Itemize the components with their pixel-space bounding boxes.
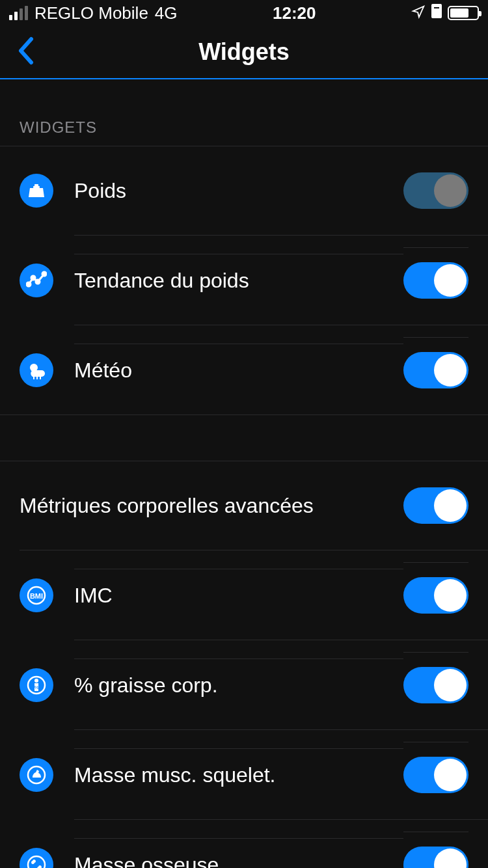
- row-graisse: % % graisse corp.: [0, 640, 488, 729]
- muscle-icon: [20, 758, 53, 792]
- card-icon: [431, 3, 442, 23]
- row-osseuse: Masse osseuse: [0, 820, 488, 868]
- network-label: 4G: [155, 3, 178, 23]
- svg-rect-3: [33, 186, 40, 188]
- svg-point-18: [28, 856, 45, 869]
- location-icon: [411, 3, 426, 23]
- status-right: [411, 3, 479, 23]
- metrics-group: Métriques corporelles avancées BMI IMC %…: [0, 461, 488, 868]
- svg-text:BMI: BMI: [30, 592, 43, 600]
- toggle-tendance[interactable]: [403, 262, 468, 299]
- toggle-poids[interactable]: [403, 172, 468, 209]
- row-metrics-master: Métriques corporelles avancées: [0, 461, 488, 550]
- widgets-group: Poids Tendance du poids Météo: [0, 146, 488, 415]
- status-bar: REGLO Mobile 4G 12:20: [0, 0, 488, 26]
- svg-rect-1: [434, 7, 439, 8]
- row-muscle: Masse musc. squelet.: [0, 730, 488, 819]
- section-header-widgets: WIDGETS: [0, 79, 488, 146]
- row-label: Masse osseuse: [74, 838, 403, 869]
- svg-point-4: [27, 282, 31, 286]
- bone-icon: [20, 848, 53, 869]
- svg-point-15: [34, 679, 38, 683]
- trend-icon: [20, 264, 53, 297]
- svg-point-6: [36, 280, 40, 284]
- toggle-imc[interactable]: [403, 577, 468, 614]
- carrier-label: REGLO Mobile: [34, 3, 148, 23]
- weather-icon: [20, 353, 53, 387]
- bmi-icon: BMI: [20, 578, 53, 612]
- svg-point-5: [31, 276, 35, 280]
- toggle-graisse[interactable]: [403, 667, 468, 703]
- clock: 12:20: [178, 3, 411, 23]
- row-label: Masse musc. squelet.: [74, 748, 403, 802]
- nav-header: Widgets: [0, 26, 488, 79]
- signal-icon: [9, 6, 28, 20]
- page-title: Widgets: [198, 38, 290, 66]
- bodyfat-icon: %: [20, 668, 53, 702]
- back-button[interactable]: [17, 36, 35, 68]
- toggle-muscle[interactable]: [403, 757, 468, 793]
- row-label: % graisse corp.: [74, 658, 403, 712]
- status-left: REGLO Mobile 4G: [9, 3, 178, 23]
- row-label: IMC: [74, 569, 403, 622]
- toggle-metrics-master[interactable]: [403, 487, 468, 524]
- row-label: Météo: [74, 344, 403, 397]
- row-meteo: Météo: [0, 325, 488, 414]
- row-poids: Poids: [0, 146, 488, 235]
- toggle-meteo[interactable]: [403, 352, 468, 388]
- svg-point-7: [42, 272, 46, 276]
- svg-rect-0: [431, 4, 442, 18]
- weight-icon: [20, 174, 53, 208]
- row-imc: BMI IMC: [0, 550, 488, 640]
- battery-icon: [448, 6, 479, 20]
- row-tendance: Tendance du poids: [0, 236, 488, 325]
- toggle-osseuse[interactable]: [403, 847, 468, 868]
- row-label: Poids: [74, 165, 403, 217]
- svg-text:%: %: [34, 685, 38, 690]
- row-label: Tendance du poids: [74, 254, 403, 307]
- row-label: Métriques corporelles avancées: [20, 480, 403, 532]
